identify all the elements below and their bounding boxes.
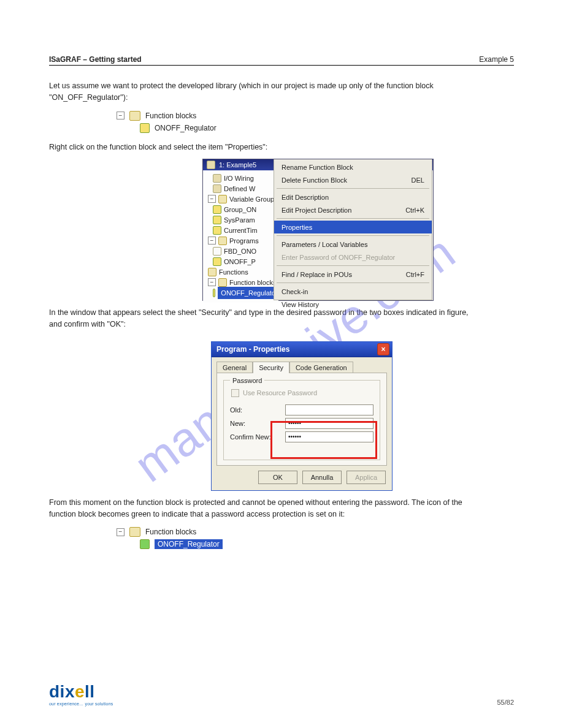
tree-row[interactable]: SysParam xyxy=(213,214,278,225)
tree-row[interactable]: Group_ON xyxy=(213,204,278,214)
checkbox-label: Use Resource Password xyxy=(243,389,317,396)
expand-icon[interactable]: − xyxy=(208,195,216,203)
tree-item-label: Variable Groups xyxy=(229,194,278,205)
tree-row[interactable]: −Variable Groups xyxy=(208,194,278,204)
brand-tagline: our experience… your solutions xyxy=(49,702,113,706)
tree-row[interactable]: Functions xyxy=(208,267,278,277)
old-password-input[interactable] xyxy=(285,404,373,415)
menu-item-shortcut: Ctrl+F xyxy=(406,271,424,278)
paragraph-4: From this moment on the function block i… xyxy=(49,497,477,520)
new-password-label: New: xyxy=(230,420,279,427)
screenshot-context-menu: 1: Example5 I/O WiringDefined W−Variable… xyxy=(202,159,434,301)
menu-item-label: Rename Function Block xyxy=(282,164,353,171)
apply-button[interactable]: Applica xyxy=(347,471,386,484)
menu-item[interactable]: Edit Project DescriptionCtrl+K xyxy=(274,203,432,216)
tree-item-label: ONOFF_P xyxy=(224,256,256,267)
menu-item-label: Edit Description xyxy=(282,194,329,201)
use-resource-password-checkbox[interactable]: Use Resource Password xyxy=(231,389,373,397)
folder-icon xyxy=(129,527,140,537)
screenshot-properties-dialog: Program - Properties × General Security … xyxy=(211,341,393,491)
close-icon[interactable]: × xyxy=(377,343,389,355)
paragraph-2: Right click on the function block and se… xyxy=(49,142,477,153)
menu-item[interactable]: Check-in xyxy=(274,285,432,298)
tree-row[interactable]: FBD_ONO xyxy=(213,246,278,256)
dialog-tabs: General Security Code Generation xyxy=(212,357,392,373)
tree-item-label: Functions xyxy=(219,267,248,278)
menu-item[interactable]: Find / Replace in POUsCtrl+F xyxy=(274,268,432,281)
file-icon xyxy=(140,123,150,133)
menu-item[interactable]: View History xyxy=(274,298,432,311)
brand-part1: dix xyxy=(49,682,75,701)
expand-icon[interactable]: − xyxy=(208,278,216,286)
menu-separator xyxy=(277,218,429,219)
page-footer: dixell our experience… your solutions 55… xyxy=(49,683,514,706)
dialog-titlebar: Program - Properties × xyxy=(212,342,392,357)
file-icon xyxy=(213,184,221,193)
tree-function-blocks-after: − Function blocks ONOFF_Regulator xyxy=(117,526,514,550)
file-icon xyxy=(213,247,221,256)
folder-icon xyxy=(218,278,227,287)
tree-item-label: Programs xyxy=(229,235,259,246)
menu-item[interactable]: Delete Function BlockDEL xyxy=(274,173,432,186)
page-number: 55/82 xyxy=(497,699,514,706)
menu-item[interactable]: Edit Description xyxy=(274,191,432,203)
file-icon xyxy=(213,226,221,235)
cancel-button[interactable]: Annulla xyxy=(302,471,342,484)
tree-row[interactable]: CurrentTim xyxy=(213,225,278,235)
dialog-title: Program - Properties xyxy=(216,345,289,354)
folder-icon xyxy=(208,268,216,276)
menu-item[interactable]: Properties xyxy=(274,221,432,233)
file-icon xyxy=(213,174,221,183)
menu-item-shortcut: DEL xyxy=(412,176,424,184)
new-password-input[interactable]: •••••• xyxy=(285,418,373,429)
expand-icon[interactable]: − xyxy=(117,112,124,119)
checkbox-icon xyxy=(231,389,239,397)
file-icon xyxy=(213,216,221,224)
confirm-password-label: Confirm New: xyxy=(230,433,279,441)
header-left: ISaGRAF – Getting started xyxy=(49,55,142,64)
menu-separator xyxy=(277,265,429,266)
old-password-label: Old: xyxy=(230,406,279,414)
ok-button[interactable]: OK xyxy=(258,471,297,484)
menu-separator xyxy=(277,235,429,236)
header-right: Example 5 xyxy=(479,55,514,64)
menu-item[interactable]: Parameters / Local Variables xyxy=(274,238,432,251)
tree-row[interactable]: −Function blocks xyxy=(208,277,278,287)
menu-item-label: View History xyxy=(282,301,319,308)
tab-security[interactable]: Security xyxy=(253,362,289,373)
tab-general[interactable]: General xyxy=(216,362,253,373)
tree-row[interactable]: I/O Wiring xyxy=(213,173,278,183)
page-header: ISaGRAF – Getting started Example 5 xyxy=(49,55,514,66)
tree-item-label: SysParam xyxy=(224,214,255,226)
tree-row[interactable]: −Programs xyxy=(208,235,278,246)
tab-code-generation[interactable]: Code Generation xyxy=(289,362,353,373)
folder-icon xyxy=(218,237,227,245)
tree-row[interactable]: ONOFF_Regulato xyxy=(213,287,278,298)
tree-item-label: CurrentTim xyxy=(224,225,258,236)
tree-row[interactable]: ONOFF_P xyxy=(213,256,278,267)
context-menu: Rename Function BlockDelete Function Blo… xyxy=(274,159,432,300)
confirm-password-input[interactable]: •••••• xyxy=(285,431,373,442)
tree-item-label: I/O Wiring xyxy=(224,173,254,184)
password-legend: Password xyxy=(230,377,264,384)
tree-row[interactable]: Defined W xyxy=(213,183,278,194)
menu-item[interactable]: Rename Function Block xyxy=(274,161,432,173)
file-icon xyxy=(213,289,215,297)
window-icon xyxy=(207,161,215,169)
tree-label-child: ONOFF_Regulator xyxy=(155,124,216,132)
menu-item-label: Delete Function Block xyxy=(282,176,347,184)
folder-icon xyxy=(218,195,227,203)
paragraph-1: Let us assume we want to protect the dev… xyxy=(49,80,477,104)
menu-item-label: Enter Password of ONOFF_Regulator xyxy=(282,254,395,261)
tree-label-parent: Function blocks xyxy=(145,528,196,536)
expand-icon[interactable]: − xyxy=(208,237,216,245)
menu-item-label: Properties xyxy=(282,224,312,231)
expand-icon[interactable]: − xyxy=(117,528,124,536)
menu-item-label: Parameters / Local Variables xyxy=(282,241,367,248)
menu-item-label: Edit Project Description xyxy=(282,207,351,214)
brand-part2: e xyxy=(75,682,85,701)
brand-part3: ll xyxy=(85,682,95,701)
brand-logo: dixell our experience… your solutions xyxy=(49,683,113,706)
tree-label-child-selected: ONOFF_Regulator xyxy=(155,539,223,549)
menu-separator xyxy=(277,282,429,283)
